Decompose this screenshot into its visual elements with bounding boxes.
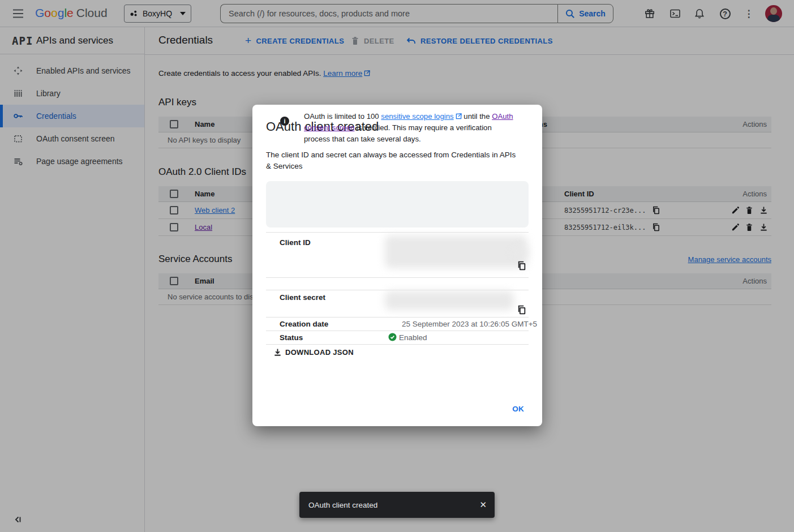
notice-prefix: OAuth is limited to 100 [304, 112, 381, 121]
ok-button[interactable]: OK [508, 401, 529, 417]
external-link-icon [456, 111, 462, 123]
copy-client-secret-icon[interactable] [517, 305, 526, 315]
status-value: Enabled [399, 333, 427, 342]
client-id-label: Client ID [280, 238, 311, 247]
download-json-label: DOWNLOAD JSON [285, 348, 354, 357]
sensitive-scope-logins-link[interactable]: sensitive scope logins [381, 112, 453, 121]
divider [266, 344, 529, 345]
notice-box [266, 181, 529, 228]
copy-client-id-icon[interactable] [517, 261, 526, 271]
toast-close-icon[interactable]: ✕ [479, 500, 487, 510]
divider [266, 232, 529, 233]
client-secret-label: Client secret [280, 293, 325, 302]
toast-message: OAuth client created [308, 501, 479, 509]
client-id-redacted-value [385, 235, 527, 268]
snackbar-toast: OAuth client created ✕ [299, 492, 495, 518]
notice-text: OAuth is limited to 100 sensitive scope … [304, 111, 518, 145]
status-enabled-check-icon [388, 333, 397, 341]
divider [266, 317, 529, 318]
creation-date-label: Creation date [280, 320, 328, 328]
info-glyph: i [284, 118, 285, 125]
divider [266, 331, 529, 331]
status-label: Status [280, 333, 303, 342]
notice-middle: until the [462, 112, 492, 121]
dialog-description: The client ID and secret can always be a… [266, 149, 518, 172]
info-icon: i [280, 117, 289, 126]
client-secret-redacted-value [385, 291, 514, 310]
divider [266, 277, 529, 278]
oauth-client-created-dialog: OAuth client created The client ID and s… [252, 105, 542, 426]
client-id-redacted-value [512, 248, 528, 257]
creation-date-value: 25 September 2023 at 10:26:05 GMT+5 [402, 320, 537, 328]
download-json-button[interactable]: DOWNLOAD JSON [273, 348, 354, 357]
divider [266, 290, 529, 290]
download-icon [273, 348, 282, 357]
